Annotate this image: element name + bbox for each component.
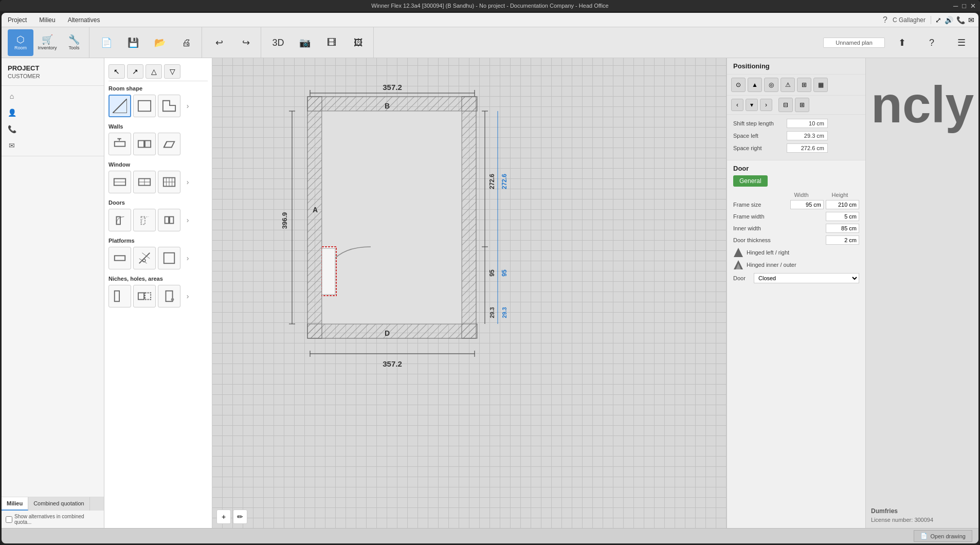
- combined-quotation-tab[interactable]: Combined quotation: [28, 497, 89, 511]
- arrow-ne-btn[interactable]: ↗: [127, 64, 143, 79]
- arrow-nw-btn[interactable]: ↖: [108, 64, 125, 79]
- platform-rect-btn[interactable]: [108, 247, 131, 269]
- door-header: Door: [733, 165, 859, 172]
- svg-rect-4: [115, 141, 125, 146]
- room-mode-btn[interactable]: ⬡ Room: [8, 29, 33, 56]
- l-shape-room-btn[interactable]: [158, 95, 180, 117]
- undo-btn[interactable]: ↩: [206, 29, 232, 56]
- people-nav-icon[interactable]: 👤: [6, 106, 18, 119]
- window-more[interactable]: ›: [183, 171, 193, 193]
- space-right-input[interactable]: [787, 143, 828, 153]
- menu-project[interactable]: Project: [6, 15, 29, 25]
- single-door-btn[interactable]: [108, 209, 131, 231]
- help-icon[interactable]: ?: [883, 15, 887, 25]
- shift-step-input[interactable]: [787, 119, 828, 128]
- resize-icon[interactable]: ⤢: [935, 16, 941, 24]
- home-nav-icon[interactable]: ⌂: [6, 90, 18, 102]
- share-btn[interactable]: ⬆: [889, 29, 915, 56]
- mail-icon-top[interactable]: ✉: [968, 16, 974, 24]
- tools-mode-btn[interactable]: 🔧 Tools: [61, 29, 87, 56]
- diagonal-room-btn[interactable]: [108, 95, 131, 117]
- platform-square-btn[interactable]: [158, 247, 180, 269]
- add-view-btn[interactable]: +: [216, 510, 231, 524]
- pos-plus-btn[interactable]: ⊞: [797, 78, 811, 92]
- pos-grid-btn[interactable]: ▦: [813, 78, 828, 92]
- frame-size-height-input[interactable]: [826, 200, 859, 209]
- speaker-icon[interactable]: 🔊: [945, 16, 953, 24]
- frame-width-input[interactable]: [826, 212, 859, 221]
- inventory-mode-btn[interactable]: 🛒 Inventory: [34, 29, 60, 56]
- frame-size-width-input[interactable]: [790, 200, 824, 209]
- door-thickness-input[interactable]: [826, 235, 859, 245]
- niche2-btn[interactable]: [133, 285, 156, 307]
- nav-right-btn[interactable]: ›: [760, 99, 772, 111]
- nav-left-btn[interactable]: ‹: [731, 99, 743, 111]
- niches-section: Niches, holes, areas: [108, 276, 208, 307]
- niche3-btn[interactable]: [158, 285, 180, 307]
- svg-text:B: B: [385, 102, 390, 110]
- double-door-btn[interactable]: [158, 209, 180, 231]
- panorama-btn[interactable]: 🎞: [319, 29, 344, 56]
- single-window-btn[interactable]: [108, 171, 131, 193]
- platforms-more[interactable]: ›: [183, 247, 193, 269]
- view-group: 3D 📷 🎞 🖼: [263, 27, 374, 58]
- menu-milieu[interactable]: Milieu: [37, 15, 57, 25]
- svg-rect-43: [307, 97, 477, 111]
- canvas-area[interactable]: 357.2 B A D: [212, 58, 727, 528]
- user-account[interactable]: C Gallagher: [893, 16, 925, 24]
- save-btn[interactable]: 💾: [120, 29, 146, 56]
- menu-btn[interactable]: ☰: [949, 29, 974, 56]
- redo-btn[interactable]: ↪: [233, 29, 259, 56]
- new-btn[interactable]: 📄: [94, 29, 119, 56]
- svg-rect-23: [165, 216, 169, 223]
- door-state-select[interactable]: Open Closed Ajar: [754, 273, 859, 283]
- phone-nav-icon[interactable]: 📞: [6, 123, 18, 135]
- space-left-input[interactable]: [787, 131, 828, 140]
- minimize-btn[interactable]: ─: [953, 2, 958, 10]
- dashed-door-btn[interactable]: [133, 209, 156, 231]
- show-alternatives-row: Show alternatives in combined quota...: [2, 511, 104, 528]
- door-thickness-label: Door thickness: [733, 237, 824, 243]
- milieu-tab[interactable]: Milieu: [2, 497, 28, 511]
- expand-h-btn[interactable]: ⊟: [778, 98, 793, 112]
- show-alternatives-checkbox[interactable]: [6, 516, 12, 523]
- print-btn[interactable]: 🖨: [174, 29, 199, 56]
- nav-icons: ⌂ 👤 📞 ✉: [2, 86, 104, 156]
- inner-width-input[interactable]: [826, 224, 859, 233]
- help-btn[interactable]: ?: [919, 29, 945, 56]
- platform-diagonal-btn[interactable]: [133, 247, 156, 269]
- add-wall-btn[interactable]: [108, 133, 131, 155]
- double-window-btn[interactable]: [133, 171, 156, 193]
- tool-panel: ↖ ↗ △ ▽ Room shape: [104, 58, 212, 528]
- edit-view-btn[interactable]: ✏: [233, 510, 247, 524]
- rectangle-room-btn[interactable]: [133, 95, 156, 117]
- wall-section-btn[interactable]: [133, 133, 156, 155]
- door-general-btn[interactable]: General: [733, 175, 768, 187]
- phone-icon-top[interactable]: 📞: [956, 16, 965, 24]
- mail-nav-icon[interactable]: ✉: [6, 139, 18, 152]
- triangle-up-btn[interactable]: △: [146, 64, 162, 79]
- menu-alternatives[interactable]: Alternatives: [66, 15, 102, 25]
- expand-v-btn[interactable]: ⊞: [795, 98, 809, 112]
- maximize-btn[interactable]: □: [962, 2, 966, 10]
- doors-more[interactable]: ›: [183, 209, 193, 231]
- niche1-btn[interactable]: [108, 285, 131, 307]
- close-btn[interactable]: ✕: [970, 2, 976, 10]
- pos-ring-btn[interactable]: ◎: [764, 78, 778, 92]
- triangle-down-btn[interactable]: ▽: [164, 64, 180, 79]
- pos-circle-btn[interactable]: ⊙: [731, 78, 746, 92]
- grid-window-btn[interactable]: [158, 171, 180, 193]
- niches-more[interactable]: ›: [183, 285, 193, 307]
- 3d-btn[interactable]: 3D: [265, 29, 291, 56]
- pos-up-btn[interactable]: ▲: [748, 78, 762, 92]
- 3d-wall-btn[interactable]: [158, 133, 180, 155]
- render-btn[interactable]: 🖼: [346, 29, 371, 56]
- nav-down-btn[interactable]: ▾: [746, 99, 758, 111]
- open-btn[interactable]: 📂: [147, 29, 173, 56]
- pos-warning-btn[interactable]: ⚠: [781, 78, 795, 92]
- space-right-row: Space right: [733, 143, 859, 153]
- open-drawing-btn[interactable]: 📄 Open drawing: [914, 530, 973, 542]
- camera-btn[interactable]: 📷: [292, 29, 318, 56]
- room-shape-more[interactable]: ›: [183, 95, 193, 117]
- svg-rect-24: [170, 216, 173, 223]
